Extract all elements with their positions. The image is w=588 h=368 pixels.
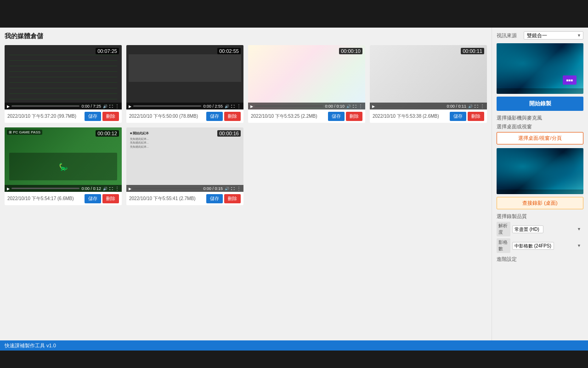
save-btn-4[interactable]: 儲存 (450, 112, 466, 121)
resolution-select[interactable]: 常盡置 (HD) 高清 (1080p) 標準 (720p) (512, 225, 543, 233)
play-btn-4[interactable] (372, 104, 375, 109)
fullscreen-btn-6[interactable] (231, 186, 235, 191)
volume-btn-4[interactable] (468, 104, 473, 109)
more-btn-6[interactable] (237, 186, 241, 191)
progress-bar-4 (377, 105, 445, 107)
resolution-row: 解析度 常盡置 (HD) 高清 (1080p) 標準 (720p) ▼ (497, 222, 583, 236)
quality-section: 解析度 常盡置 (HD) 高清 (1080p) 標準 (720p) ▼ 影格數 … (497, 222, 583, 253)
preview-bg-bottom (497, 148, 583, 194)
video-info-3: 2022/10/10 下午5:53:25 (2.2MB) (251, 113, 326, 120)
play-btn-2[interactable] (129, 104, 131, 109)
video-info-2: 2022/10/10 下午5:50:00 (78.8MB) (129, 113, 204, 120)
video-meta-3: 2022/10/10 下午5:53:25 (2.2MB) 儲存 刪除 (248, 109, 365, 123)
more-btn-2[interactable] (237, 104, 241, 109)
delete-btn-3[interactable]: 刪除 (346, 112, 362, 121)
camera-mic-label: 選擇攝影機與麥克風 (497, 115, 583, 121)
time-label-6: 0:00 / 0:15 (203, 186, 223, 191)
video-card-3: 00:00:10 0:00 / 0:10 2022/10/10 下午5:53:2… (248, 45, 365, 123)
fullscreen-btn-5[interactable] (109, 186, 113, 191)
delete-btn-5[interactable]: 刪除 (102, 194, 119, 203)
advanced-label: 進階設定 (497, 256, 583, 263)
progress-bar-6 (133, 188, 201, 189)
preview-box-bottom (497, 148, 583, 194)
preview-taskbar-top (497, 88, 583, 94)
preview-box-top: ■■■ (497, 43, 583, 94)
bottom-bar: 快速課補製作工具 v1.0 (0, 340, 588, 351)
delete-btn-2[interactable]: 刪除 (224, 112, 241, 121)
video-thumb-2: 00:02:55 0:00 / 2:55 (126, 45, 243, 109)
video-duration-5: 00:00:12 (96, 130, 119, 137)
video-thumb-4: 00:00:11 0:00 / 0:11 (370, 45, 487, 109)
source-select-wrapper: 雙鏡合一 單鏡 螢幕 ▼ (524, 31, 583, 40)
play-btn-6[interactable] (129, 186, 131, 191)
more-btn-1[interactable] (115, 104, 119, 109)
save-btn-6[interactable]: 儲存 (206, 194, 223, 203)
pause-record-button[interactable]: 查接錄影 (桌面) (497, 197, 583, 209)
video-thumb-1: 00:07:25 0:00 / 7:25 (5, 45, 122, 109)
delete-btn-4[interactable]: 刪除 (468, 112, 484, 121)
video-controls-4: 0:00 / 0:11 (370, 103, 487, 109)
desktop-label: 選擇桌面或視窗 (497, 123, 583, 130)
video-controls-3: 0:00 / 0:10 (248, 103, 365, 109)
video-card-1: 00:07:25 0:00 / 7:25 2022/10/10 下午5:37:2… (5, 45, 122, 123)
save-btn-1[interactable]: 儲存 (85, 112, 101, 121)
video-card-2: 00:02:55 0:00 / 2:55 2022/10/10 下午5:50:0… (126, 45, 243, 123)
save-btn-5[interactable]: 儲存 (85, 194, 101, 203)
volume-btn-5[interactable] (103, 186, 107, 191)
fps-select-wrapper: 中影格數 (24FPS) 高影格數 (60FPS) 低影格數 (15FPS) ▼ (512, 242, 583, 250)
progress-bar-2 (133, 105, 201, 107)
fullscreen-btn-3[interactable] (353, 104, 356, 109)
time-label-4: 0:00 / 0:11 (447, 104, 466, 109)
fullscreen-btn-4[interactable] (475, 104, 478, 109)
resolution-key: 解析度 (497, 222, 510, 236)
resolution-select-wrapper: 常盡置 (HD) 高清 (1080p) 標準 (720p) ▼ (512, 225, 583, 233)
play-btn-3[interactable] (250, 104, 253, 109)
more-btn-4[interactable] (480, 104, 485, 109)
video-duration-4: 00:00:11 (461, 48, 484, 54)
right-panel: 視訊來源 雙鏡合一 單鏡 螢幕 ▼ ■■■ 開始錄製 選擇攝影機與麥克風 選擇桌… (492, 28, 588, 340)
select-desktop-button[interactable]: 選擇桌面/視窗/分頁 (497, 132, 583, 144)
volume-btn-2[interactable] (225, 104, 229, 109)
video-controls-2: 0:00 / 2:55 (126, 103, 243, 109)
quality-label: 選擇錄製品質 (497, 213, 583, 220)
video-duration-6: 00:00:16 (217, 130, 241, 137)
volume-btn-1[interactable] (103, 104, 107, 109)
progress-bar-1 (11, 105, 79, 107)
preview-taskbar-bottom (497, 190, 583, 194)
play-btn-5[interactable] (7, 186, 10, 191)
fps-chevron-icon: ▼ (577, 243, 581, 248)
fps-select[interactable]: 中影格數 (24FPS) 高影格數 (60FPS) 低影格數 (15FPS) (512, 242, 554, 250)
source-select[interactable]: 雙鏡合一 單鏡 螢幕 (524, 31, 583, 40)
more-btn-5[interactable] (115, 186, 119, 191)
progress-bar-3 (255, 105, 323, 107)
time-label-1: 0:00 / 7:25 (81, 104, 101, 109)
delete-btn-1[interactable]: 刪除 (102, 112, 119, 121)
video-info-6: 2022/10/10 下午5:55:41 (2.7MB) (129, 196, 204, 202)
video-meta-4: 2022/10/10 下午5:53:38 (2.6MB) 儲存 刪除 (370, 109, 487, 123)
delete-btn-6[interactable]: 刪除 (224, 194, 241, 203)
volume-btn-3[interactable] (346, 104, 351, 109)
video-info-1: 2022/10/10 下午5:37:20 (99.7MB) (7, 113, 83, 120)
video-actions-1: 儲存 刪除 (85, 112, 119, 121)
fullscreen-btn-2[interactable] (231, 104, 235, 109)
start-record-button[interactable]: 開始錄製 (497, 97, 583, 111)
bottom-bar-text: 快速課補製作工具 v1.0 (5, 342, 56, 349)
more-btn-3[interactable] (358, 104, 363, 109)
video-controls-5: 0:00 / 0:12 (5, 185, 122, 192)
source-row: 視訊來源 雙鏡合一 單鏡 螢幕 ▼ (497, 31, 583, 40)
fullscreen-btn-1[interactable] (109, 104, 113, 109)
fps-key: 影格數 (497, 238, 510, 253)
source-label: 視訊來源 (497, 32, 517, 39)
video-meta-2: 2022/10/10 下午5:50:00 (78.8MB) 儲存 刪除 (126, 109, 243, 123)
video-card-5: ⊞ PC GAME PASS 🦕 00:00:12 0:00 / 0:12 (5, 127, 122, 205)
video-grid: 00:07:25 0:00 / 7:25 2022/10/10 下午5:37:2… (5, 45, 487, 205)
save-btn-3[interactable]: 儲存 (328, 112, 345, 121)
video-info-5: 2022/10/10 下午5:54:17 (6.6MB) (7, 196, 83, 202)
volume-btn-6[interactable] (225, 186, 229, 191)
play-btn-1[interactable] (7, 104, 10, 109)
save-btn-2[interactable]: 儲存 (206, 112, 223, 121)
video-thumb-3: 00:00:10 0:00 / 0:10 (248, 45, 365, 109)
fps-row: 影格數 中影格數 (24FPS) 高影格數 (60FPS) 低影格數 (15FP… (497, 238, 583, 253)
video-duration-3: 00:00:10 (339, 48, 362, 54)
video-card-6: ■ 開始此紀本 先知道此紀本... 先知道此紀本... 先知道此紀本... 00… (126, 127, 243, 205)
